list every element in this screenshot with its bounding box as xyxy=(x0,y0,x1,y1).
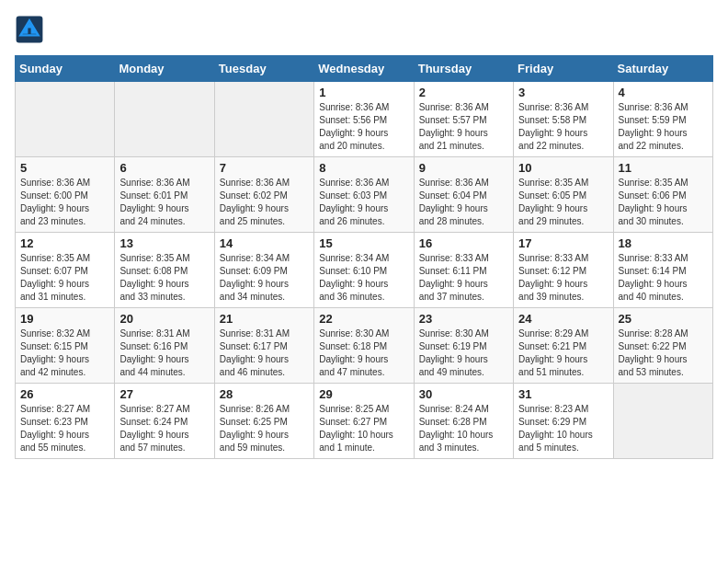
day-number: 7 xyxy=(220,161,309,175)
day-number: 8 xyxy=(319,161,408,175)
calendar-day-cell: 4Sunrise: 8:36 AM Sunset: 5:59 PM Daylig… xyxy=(613,82,712,157)
day-number: 1 xyxy=(319,86,408,99)
calendar-day-cell: 29Sunrise: 8:25 AM Sunset: 6:27 PM Dayli… xyxy=(314,384,414,459)
day-info: Sunrise: 8:34 AM Sunset: 6:10 PM Dayligh… xyxy=(319,252,408,304)
calendar-day-cell: 9Sunrise: 8:36 AM Sunset: 6:04 PM Daylig… xyxy=(414,157,513,233)
weekday-header: Sunday xyxy=(16,56,115,82)
day-info: Sunrise: 8:36 AM Sunset: 5:59 PM Dayligh… xyxy=(619,101,708,153)
calendar-day-cell: 6Sunrise: 8:36 AM Sunset: 6:01 PM Daylig… xyxy=(115,157,214,233)
calendar-day-cell: 21Sunrise: 8:31 AM Sunset: 6:17 PM Dayli… xyxy=(214,308,313,384)
calendar-day-cell xyxy=(613,384,712,459)
day-number: 30 xyxy=(419,387,508,401)
calendar-day-cell: 24Sunrise: 8:29 AM Sunset: 6:21 PM Dayli… xyxy=(514,308,613,384)
day-number: 10 xyxy=(518,161,608,175)
day-info: Sunrise: 8:36 AM Sunset: 5:58 PM Dayligh… xyxy=(518,101,608,153)
day-number: 27 xyxy=(119,387,209,401)
weekday-header: Wednesday xyxy=(314,56,414,82)
day-info: Sunrise: 8:28 AM Sunset: 6:22 PM Dayligh… xyxy=(619,327,708,379)
calendar-day-cell: 19Sunrise: 8:32 AM Sunset: 6:15 PM Dayli… xyxy=(16,308,115,384)
day-info: Sunrise: 8:26 AM Sunset: 6:25 PM Dayligh… xyxy=(220,403,309,454)
calendar-day-cell: 20Sunrise: 8:31 AM Sunset: 6:16 PM Dayli… xyxy=(115,308,214,384)
calendar-day-cell xyxy=(115,82,214,157)
calendar-day-cell: 26Sunrise: 8:27 AM Sunset: 6:23 PM Dayli… xyxy=(16,384,115,459)
day-info: Sunrise: 8:34 AM Sunset: 6:09 PM Dayligh… xyxy=(220,252,309,304)
day-info: Sunrise: 8:33 AM Sunset: 6:12 PM Dayligh… xyxy=(518,252,608,304)
day-info: Sunrise: 8:35 AM Sunset: 6:05 PM Dayligh… xyxy=(518,177,608,228)
calendar-day-cell: 13Sunrise: 8:35 AM Sunset: 6:08 PM Dayli… xyxy=(115,233,214,308)
day-info: Sunrise: 8:27 AM Sunset: 6:24 PM Dayligh… xyxy=(119,403,209,454)
day-info: Sunrise: 8:36 AM Sunset: 6:00 PM Dayligh… xyxy=(20,177,109,228)
day-info: Sunrise: 8:33 AM Sunset: 6:14 PM Dayligh… xyxy=(619,252,708,304)
day-number: 26 xyxy=(20,387,109,401)
calendar-day-cell: 27Sunrise: 8:27 AM Sunset: 6:24 PM Dayli… xyxy=(115,384,214,459)
calendar-week-row: 26Sunrise: 8:27 AM Sunset: 6:23 PM Dayli… xyxy=(16,384,713,459)
day-number: 20 xyxy=(119,312,209,326)
logo xyxy=(15,15,48,44)
calendar-day-cell: 15Sunrise: 8:34 AM Sunset: 6:10 PM Dayli… xyxy=(314,233,414,308)
day-number: 9 xyxy=(419,161,508,175)
calendar-week-row: 1Sunrise: 8:36 AM Sunset: 5:56 PM Daylig… xyxy=(16,82,713,157)
day-number: 3 xyxy=(518,86,608,99)
calendar-day-cell: 5Sunrise: 8:36 AM Sunset: 6:00 PM Daylig… xyxy=(16,157,115,233)
calendar-day-cell: 31Sunrise: 8:23 AM Sunset: 6:29 PM Dayli… xyxy=(514,384,613,459)
calendar-day-cell: 16Sunrise: 8:33 AM Sunset: 6:11 PM Dayli… xyxy=(414,233,513,308)
day-number: 2 xyxy=(419,86,508,99)
day-number: 11 xyxy=(619,161,708,175)
weekday-header: Thursday xyxy=(414,56,513,82)
calendar-day-cell: 10Sunrise: 8:35 AM Sunset: 6:05 PM Dayli… xyxy=(514,157,613,233)
day-info: Sunrise: 8:30 AM Sunset: 6:19 PM Dayligh… xyxy=(419,327,508,379)
day-info: Sunrise: 8:23 AM Sunset: 6:29 PM Dayligh… xyxy=(518,403,608,454)
day-info: Sunrise: 8:35 AM Sunset: 6:06 PM Dayligh… xyxy=(619,177,708,228)
day-number: 31 xyxy=(518,387,608,401)
day-info: Sunrise: 8:30 AM Sunset: 6:18 PM Dayligh… xyxy=(319,327,408,379)
calendar-day-cell: 11Sunrise: 8:35 AM Sunset: 6:06 PM Dayli… xyxy=(613,157,712,233)
day-info: Sunrise: 8:31 AM Sunset: 6:17 PM Dayligh… xyxy=(220,327,309,379)
logo-icon xyxy=(15,15,44,44)
calendar-day-cell: 14Sunrise: 8:34 AM Sunset: 6:09 PM Dayli… xyxy=(214,233,313,308)
day-number: 16 xyxy=(419,236,508,250)
calendar-day-cell: 25Sunrise: 8:28 AM Sunset: 6:22 PM Dayli… xyxy=(613,308,712,384)
day-number: 13 xyxy=(119,236,209,250)
calendar-day-cell: 17Sunrise: 8:33 AM Sunset: 6:12 PM Dayli… xyxy=(514,233,613,308)
calendar-day-cell: 7Sunrise: 8:36 AM Sunset: 6:02 PM Daylig… xyxy=(214,157,313,233)
day-number: 12 xyxy=(20,236,109,250)
weekday-header: Monday xyxy=(115,56,214,82)
day-number: 19 xyxy=(20,312,109,326)
page-header xyxy=(15,15,713,44)
calendar-week-row: 5Sunrise: 8:36 AM Sunset: 6:00 PM Daylig… xyxy=(16,157,713,233)
calendar-day-cell xyxy=(16,82,115,157)
day-info: Sunrise: 8:24 AM Sunset: 6:28 PM Dayligh… xyxy=(419,403,508,454)
calendar-day-cell: 2Sunrise: 8:36 AM Sunset: 5:57 PM Daylig… xyxy=(414,82,513,157)
calendar-day-cell: 22Sunrise: 8:30 AM Sunset: 6:18 PM Dayli… xyxy=(314,308,414,384)
day-info: Sunrise: 8:32 AM Sunset: 6:15 PM Dayligh… xyxy=(20,327,109,379)
day-info: Sunrise: 8:29 AM Sunset: 6:21 PM Dayligh… xyxy=(518,327,608,379)
calendar-header-row: SundayMondayTuesdayWednesdayThursdayFrid… xyxy=(16,56,713,82)
weekday-header: Friday xyxy=(514,56,613,82)
day-info: Sunrise: 8:36 AM Sunset: 6:02 PM Dayligh… xyxy=(220,177,309,228)
day-number: 28 xyxy=(220,387,309,401)
day-info: Sunrise: 8:36 AM Sunset: 6:03 PM Dayligh… xyxy=(319,177,408,228)
day-number: 14 xyxy=(220,236,309,250)
weekday-header: Saturday xyxy=(613,56,712,82)
day-number: 18 xyxy=(619,236,708,250)
day-number: 22 xyxy=(319,312,408,326)
calendar-day-cell: 1Sunrise: 8:36 AM Sunset: 5:56 PM Daylig… xyxy=(314,82,414,157)
day-info: Sunrise: 8:36 AM Sunset: 5:57 PM Dayligh… xyxy=(419,101,508,153)
calendar-day-cell: 28Sunrise: 8:26 AM Sunset: 6:25 PM Dayli… xyxy=(214,384,313,459)
calendar-week-row: 12Sunrise: 8:35 AM Sunset: 6:07 PM Dayli… xyxy=(16,233,713,308)
day-number: 4 xyxy=(619,86,708,99)
day-info: Sunrise: 8:36 AM Sunset: 6:01 PM Dayligh… xyxy=(119,177,209,228)
weekday-header: Tuesday xyxy=(214,56,313,82)
calendar-day-cell: 30Sunrise: 8:24 AM Sunset: 6:28 PM Dayli… xyxy=(414,384,513,459)
day-number: 23 xyxy=(419,312,508,326)
day-info: Sunrise: 8:25 AM Sunset: 6:27 PM Dayligh… xyxy=(319,403,408,454)
day-info: Sunrise: 8:36 AM Sunset: 6:04 PM Dayligh… xyxy=(419,177,508,228)
calendar-day-cell: 8Sunrise: 8:36 AM Sunset: 6:03 PM Daylig… xyxy=(314,157,414,233)
calendar-day-cell: 18Sunrise: 8:33 AM Sunset: 6:14 PM Dayli… xyxy=(613,233,712,308)
calendar-day-cell xyxy=(214,82,313,157)
day-info: Sunrise: 8:27 AM Sunset: 6:23 PM Dayligh… xyxy=(20,403,109,454)
day-number: 21 xyxy=(220,312,309,326)
day-info: Sunrise: 8:31 AM Sunset: 6:16 PM Dayligh… xyxy=(119,327,209,379)
calendar-day-cell: 3Sunrise: 8:36 AM Sunset: 5:58 PM Daylig… xyxy=(514,82,613,157)
day-number: 15 xyxy=(319,236,408,250)
